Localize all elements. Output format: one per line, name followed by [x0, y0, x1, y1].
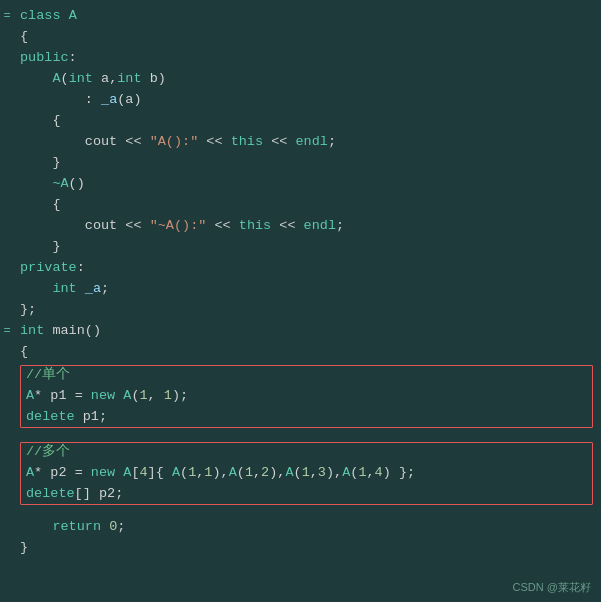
line-1: = class A	[0, 6, 601, 27]
line-8: }	[0, 153, 601, 174]
line-11: cout << "~A():" << this << endl;	[0, 216, 601, 237]
line-2: {	[0, 27, 601, 48]
gutter-1: =	[0, 7, 14, 26]
code-2: {	[20, 27, 28, 48]
line-27: }	[0, 538, 601, 559]
line-22: //多个	[20, 442, 593, 463]
code-9: ~A()	[20, 174, 85, 195]
line-14: int _a;	[0, 279, 601, 300]
code-4: A(int a,int b)	[20, 69, 166, 90]
line-7: cout << "A():" << this << endl;	[0, 132, 601, 153]
line-10: {	[0, 195, 601, 216]
line-6: {	[0, 111, 601, 132]
code-24: delete[] p2;	[26, 484, 123, 505]
code-3: public:	[20, 48, 77, 69]
code-26: return 0;	[20, 517, 125, 538]
line-25	[0, 507, 601, 517]
line-17: {	[0, 342, 601, 363]
gutter-16: =	[0, 322, 14, 341]
code-13: private:	[20, 258, 85, 279]
line-26: return 0;	[0, 517, 601, 538]
code-16: int main()	[20, 321, 101, 342]
code-8: }	[20, 153, 61, 174]
code-11: cout << "~A():" << this << endl;	[20, 216, 344, 237]
line-4: A(int a,int b)	[0, 69, 601, 90]
line-16: = int main()	[0, 321, 601, 342]
code-10: {	[20, 195, 61, 216]
line-15: };	[0, 300, 601, 321]
code-6: {	[20, 111, 61, 132]
line-20: delete p1;	[20, 407, 593, 428]
line-12: }	[0, 237, 601, 258]
code-17: {	[20, 342, 28, 363]
line-9: ~A()	[0, 174, 601, 195]
code-18: //单个	[26, 365, 70, 386]
code-27: }	[20, 538, 28, 559]
line-24: delete[] p2;	[20, 484, 593, 505]
code-7: cout << "A():" << this << endl;	[20, 132, 336, 153]
code-5: : _a(a)	[20, 90, 142, 111]
line-23: A* p2 = new A[4]{ A(1,1),A(1,2),A(1,3),A…	[20, 463, 593, 484]
code-19: A* p1 = new A(1, 1);	[26, 386, 188, 407]
code-20: delete p1;	[26, 407, 107, 428]
code-23: A* p2 = new A[4]{ A(1,1),A(1,2),A(1,3),A…	[26, 463, 415, 484]
code-15: };	[20, 300, 36, 321]
line-5: : _a(a)	[0, 90, 601, 111]
line-13: private:	[0, 258, 601, 279]
line-3: public:	[0, 48, 601, 69]
code-14: int _a;	[20, 279, 109, 300]
code-22: //多个	[26, 442, 70, 463]
code-1: class A	[20, 6, 77, 27]
line-19: A* p1 = new A(1, 1);	[20, 386, 593, 407]
line-18: //单个	[20, 365, 593, 386]
code-editor: = class A { public: A(int a,int b) : _a(…	[0, 0, 601, 602]
code-12: }	[20, 237, 61, 258]
line-21	[0, 430, 601, 440]
watermark: CSDN @莱花籽	[513, 579, 591, 596]
